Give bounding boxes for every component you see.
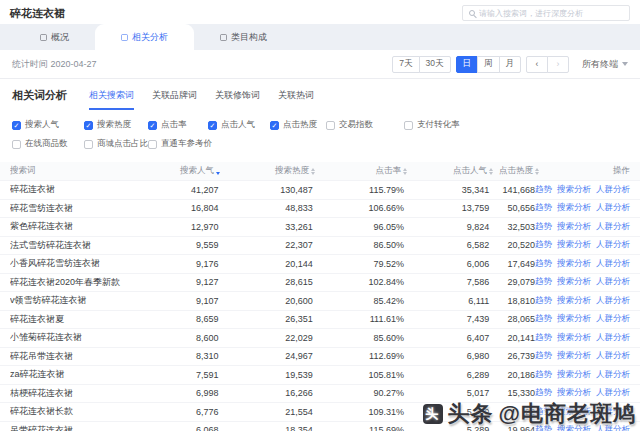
next-date-button[interactable]: › [547,56,569,73]
range-button-0[interactable]: 7天 [392,56,419,73]
action-crowd-analysis[interactable]: 人群分析 [596,276,630,288]
checkbox-icon[interactable] [148,121,157,130]
action-trend[interactable]: 趋势 [535,332,552,344]
subtab-0[interactable]: 相关搜索词 [89,89,134,110]
checkbox-icon[interactable] [326,121,335,130]
action-trend[interactable]: 趋势 [535,313,552,325]
checkbox-icon[interactable] [12,121,21,130]
action-search-analysis[interactable]: 搜索分析 [557,350,591,362]
action-crowd-analysis[interactable]: 人群分析 [596,184,630,196]
action-crowd-analysis[interactable]: 人群分析 [596,406,630,418]
column-header[interactable]: 搜索人气 [150,165,220,177]
column-header[interactable]: 点击人气 [407,165,493,177]
metric-checkbox[interactable]: 点击人气 [208,119,270,131]
action-search-analysis[interactable]: 搜索分析 [557,239,591,251]
action-search-analysis[interactable]: 搜索分析 [557,332,591,344]
action-crowd-analysis[interactable]: 人群分析 [596,313,630,325]
action-crowd-analysis[interactable]: 人群分析 [596,295,630,307]
column-header[interactable]: 操作 [539,165,630,177]
action-search-analysis[interactable]: 搜索分析 [557,184,591,196]
tab-overview[interactable]: 概况 [14,24,95,50]
action-trend[interactable]: 趋势 [535,350,552,362]
action-search-analysis[interactable]: 搜索分析 [557,276,591,288]
action-trend[interactable]: 趋势 [535,239,552,251]
metric-checkbox[interactable]: 点击率 [148,119,208,131]
cell-click-popularity: 35,341 [404,185,489,195]
action-search-analysis[interactable]: 搜索分析 [557,424,591,431]
search-box[interactable] [462,5,630,21]
terminal-dropdown[interactable]: 所有终端 [582,58,628,71]
action-crowd-analysis[interactable]: 人群分析 [596,387,630,399]
subtab-2[interactable]: 关联修饰词 [215,89,260,110]
cell-search-word: 小雏菊碎花连衣裙 [10,331,149,344]
action-crowd-analysis[interactable]: 人群分析 [596,369,630,381]
prev-date-button[interactable]: ‹ [526,56,548,73]
cell-actions: 趋势搜索分析人群分析 [535,387,630,399]
subtab-1[interactable]: 关联品牌词 [152,89,197,110]
action-search-analysis[interactable]: 搜索分析 [557,406,591,418]
metric-checkbox[interactable]: 直通车参考价 [148,138,208,150]
tab-icon [40,34,47,41]
action-trend[interactable]: 趋势 [535,221,552,233]
action-trend[interactable]: 趋势 [535,258,552,270]
metric-checkbox[interactable]: 商城点击占比 [84,138,148,150]
checkbox-icon[interactable] [84,140,93,149]
column-header[interactable]: 搜索热度 [220,165,315,177]
action-search-analysis[interactable]: 搜索分析 [557,313,591,325]
metric-checkbox[interactable]: 搜索热度 [84,119,148,131]
action-search-analysis[interactable]: 搜索分析 [557,258,591,270]
cell-search-word: 桔梗碎花连衣裙 [10,387,149,400]
search-input[interactable] [479,9,623,18]
metric-checkbox[interactable]: 点击热度 [270,119,326,131]
cell-search-heat: 48,833 [218,203,312,213]
action-trend[interactable]: 趋势 [535,406,552,418]
action-trend[interactable]: 趋势 [535,184,552,196]
action-crowd-analysis[interactable]: 人群分析 [596,258,630,270]
action-trend[interactable]: 趋势 [535,202,552,214]
tab-related-analysis[interactable]: 相关分析 [95,24,194,50]
cell-click-rate: 106.66% [313,203,404,213]
action-crowd-analysis[interactable]: 人群分析 [596,424,630,431]
action-trend[interactable]: 趋势 [535,295,552,307]
action-crowd-analysis[interactable]: 人群分析 [596,202,630,214]
metric-checkbox[interactable]: 搜索人气 [12,119,84,131]
metric-checkbox[interactable]: 交易指数 [326,119,404,131]
checkbox-icon[interactable] [208,121,217,130]
cell-search-heat: 33,261 [218,222,312,232]
action-search-analysis[interactable]: 搜索分析 [557,387,591,399]
range-button-1[interactable]: 30天 [419,56,451,73]
metric-checkbox[interactable]: 支付转化率 [404,119,628,131]
granularity-button-2[interactable]: 月 [499,56,522,73]
subtab-3[interactable]: 关联热词 [278,89,314,110]
checkbox-icon[interactable] [12,140,21,149]
column-header[interactable]: 点击热度 [493,165,539,177]
granularity-button-0[interactable]: 日 [456,56,479,73]
metric-checkbox[interactable]: 在线商品数 [12,138,84,150]
cell-search-word: 小香风碎花雪纺连衣裙 [10,257,149,270]
action-trend[interactable]: 趋势 [535,424,552,431]
column-header[interactable]: 搜索词 [10,165,150,177]
action-trend[interactable]: 趋势 [535,387,552,399]
action-search-analysis[interactable]: 搜索分析 [557,202,591,214]
table-row: 小雏菊碎花连衣裙 8,600 22,029 85.60% 6,407 20,14… [0,328,640,347]
cell-click-popularity: 6,582 [404,240,489,250]
action-trend[interactable]: 趋势 [535,276,552,288]
checkbox-icon[interactable] [148,140,157,149]
cell-click-heat: 15,330 [489,388,535,398]
checkbox-icon[interactable] [404,121,413,130]
checkbox-icon[interactable] [84,121,93,130]
action-crowd-analysis[interactable]: 人群分析 [596,350,630,362]
action-search-analysis[interactable]: 搜索分析 [557,295,591,307]
tab-category-composition[interactable]: 类目构成 [194,24,293,50]
column-header[interactable]: 点击率 [315,165,407,177]
action-trend[interactable]: 趋势 [535,369,552,381]
cell-search-heat: 28,615 [218,277,312,287]
granularity-button-1[interactable]: 周 [477,56,500,73]
action-search-analysis[interactable]: 搜索分析 [557,221,591,233]
action-search-analysis[interactable]: 搜索分析 [557,369,591,381]
checkbox-icon[interactable] [270,121,279,130]
action-crowd-analysis[interactable]: 人群分析 [596,332,630,344]
cell-search-popularity: 7,591 [149,370,218,380]
action-crowd-analysis[interactable]: 人群分析 [596,239,630,251]
action-crowd-analysis[interactable]: 人群分析 [596,221,630,233]
